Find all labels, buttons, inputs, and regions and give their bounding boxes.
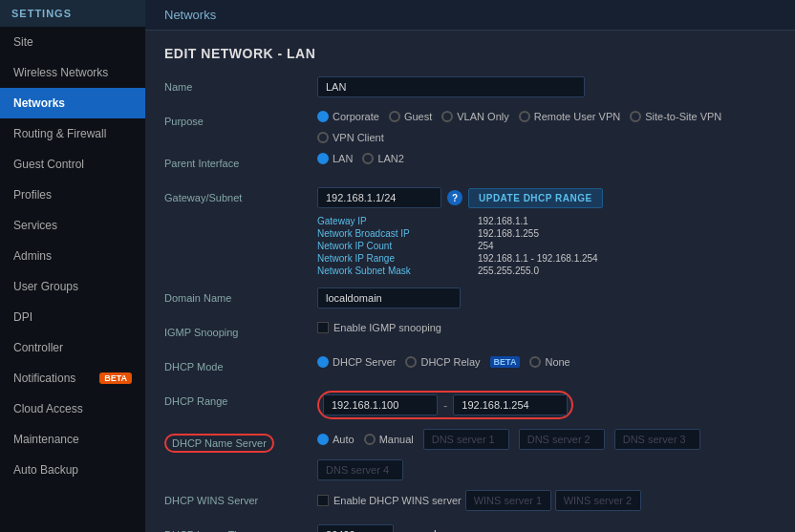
dns-auto-option[interactable]: Auto [317, 434, 355, 445]
domain-name-input[interactable] [317, 287, 461, 309]
page-title: EDIT NETWORK - LAN [164, 46, 776, 61]
dhcp-range-control: - [317, 391, 776, 419]
dhcp-name-server-circle: DHCP Name Server [164, 434, 274, 453]
sidebar: SETTINGS Site Wireless Networks Networks… [0, 0, 145, 532]
dns-server-1-input[interactable] [423, 429, 509, 450]
breadcrumb: Networks [145, 0, 795, 31]
dhcp-relay-beta-badge: BETA [490, 356, 521, 368]
dns-manual-option[interactable]: Manual [364, 434, 414, 445]
dhcp-server-radio-dot [317, 356, 329, 368]
sidebar-item-autobackup[interactable]: Auto Backup [0, 455, 145, 485]
gateway-subnet-label: Gateway/Subnet [164, 187, 317, 203]
dhcp-mode-row: DHCP Mode DHCP Server DHCP Relay BETA No… [164, 356, 776, 381]
wins-server-1-input[interactable] [465, 490, 551, 511]
gateway-subnet-control: ? UPDATE DHCP RANGE Gateway IP 192.168.1… [317, 187, 776, 278]
corporate-radio-dot [317, 111, 329, 122]
dhcp-none-option[interactable]: None [529, 356, 569, 368]
dhcp-range-inputs: - [323, 394, 568, 415]
purpose-site-vpn[interactable]: Site-to-Site VPN [630, 111, 721, 122]
sidebar-item-admins[interactable]: Admins [0, 241, 145, 271]
purpose-remote-vpn[interactable]: Remote User VPN [519, 111, 620, 122]
dhcp-name-server-row: DHCP Name Server Auto Manual [164, 429, 776, 480]
dhcp-lease-input[interactable] [317, 524, 394, 532]
igmp-label: IGMP Snooping [164, 322, 317, 338]
purpose-label: Purpose [164, 111, 317, 127]
vlan-radio-dot [441, 111, 453, 122]
main-content: Networks EDIT NETWORK - LAN Name Purpose… [145, 0, 795, 532]
site-vpn-radio-dot [630, 111, 641, 122]
dhcp-relay-radio-dot [405, 356, 417, 368]
dhcp-wins-control: Enable DHCP WINS server [317, 490, 776, 511]
remote-vpn-radio-dot [519, 111, 530, 122]
igmp-control: Enable IGMP snooping [317, 322, 776, 333]
dns-server-2-input[interactable] [519, 429, 605, 450]
wins-server-2-input[interactable] [555, 490, 641, 511]
dhcp-name-server-label: DHCP Name Server [164, 429, 317, 453]
dns-server-3-input[interactable] [614, 429, 700, 450]
sidebar-item-site[interactable]: Site [0, 27, 145, 57]
sidebar-item-networks[interactable]: Networks [0, 88, 145, 118]
update-dhcp-range-button[interactable]: UPDATE DHCP RANGE [468, 188, 603, 208]
parent-lan2[interactable]: LAN2 [362, 153, 404, 164]
name-input[interactable] [317, 76, 585, 97]
sidebar-item-wireless[interactable]: Wireless Networks [0, 57, 145, 88]
lan2-radio-dot [362, 153, 374, 164]
parent-interface-row: Parent Interface LAN LAN2 [164, 153, 776, 178]
dhcp-mode-label: DHCP Mode [164, 356, 317, 372]
sidebar-item-cloud[interactable]: Cloud Access [0, 394, 145, 424]
dhcp-range-highlight: - [317, 391, 573, 419]
dhcp-range-start-input[interactable] [323, 394, 438, 415]
gateway-subnet-input[interactable] [317, 187, 441, 208]
sidebar-item-maintenance[interactable]: Maintenance [0, 424, 145, 455]
name-row: Name [164, 76, 776, 101]
dhcp-relay-option[interactable]: DHCP Relay [405, 356, 480, 368]
purpose-corporate[interactable]: Corporate [317, 111, 379, 122]
domain-name-label: Domain Name [164, 287, 317, 304]
dhcp-range-label: DHCP Range [164, 391, 317, 407]
dhcp-lease-control: seconds [317, 524, 776, 532]
purpose-row: Purpose Corporate Guest VLAN Only Remote… [164, 111, 776, 143]
name-control [317, 76, 776, 97]
sidebar-item-dpi[interactable]: DPI [0, 302, 145, 332]
dhcp-wins-row: DHCP WINS Server Enable DHCP WINS server [164, 490, 776, 515]
dns-manual-radio-dot [364, 434, 376, 445]
guest-radio-dot [389, 111, 400, 122]
dhcp-range-end-input[interactable] [453, 394, 568, 415]
sidebar-item-notifications[interactable]: Notifications BETA [0, 363, 145, 394]
dns-server-4-input[interactable] [317, 459, 403, 480]
vpn-client-radio-dot [317, 132, 329, 143]
gateway-help-icon[interactable]: ? [447, 190, 462, 205]
dhcp-range-row: DHCP Range - [164, 391, 776, 419]
broadcast-line: Network Broadcast IP 192.168.1.255 [317, 228, 598, 239]
gateway-info-lines: Gateway IP 192.168.1.1 Network Broadcast… [317, 216, 598, 278]
dhcp-wins-checkbox-option[interactable]: Enable DHCP WINS server [317, 495, 462, 506]
igmp-row: IGMP Snooping Enable IGMP snooping [164, 322, 776, 347]
dhcp-none-radio-dot [529, 356, 541, 368]
dhcp-server-option[interactable]: DHCP Server [317, 356, 396, 368]
sidebar-item-guest[interactable]: Guest Control [0, 149, 145, 180]
ip-range-line: Network IP Range 192.168.1.1 - 192.168.1… [317, 253, 598, 264]
dhcp-wins-checkbox [317, 495, 329, 506]
sidebar-item-services[interactable]: Services [0, 210, 145, 241]
dhcp-lease-row: DHCP Lease Time seconds [164, 524, 776, 532]
igmp-checkbox-option[interactable]: Enable IGMP snooping [317, 322, 441, 333]
gateway-input-row: ? UPDATE DHCP RANGE [317, 187, 603, 208]
dns-auto-radio-dot [317, 434, 329, 445]
domain-name-control [317, 287, 776, 309]
purpose-vpn-client[interactable]: VPN Client [317, 132, 384, 143]
lan-radio-dot [317, 153, 329, 164]
sidebar-item-controller[interactable]: Controller [0, 332, 145, 363]
purpose-control: Corporate Guest VLAN Only Remote User VP… [317, 111, 776, 143]
sidebar-item-profiles[interactable]: Profiles [0, 180, 145, 210]
dhcp-wins-label: DHCP WINS Server [164, 490, 317, 506]
sidebar-item-routing[interactable]: Routing & Firewall [0, 118, 145, 149]
parent-lan[interactable]: LAN [317, 153, 353, 164]
lease-suffix: seconds [399, 528, 442, 532]
gateway-subnet-row: Gateway/Subnet ? UPDATE DHCP RANGE Gatew… [164, 187, 776, 278]
purpose-guest[interactable]: Guest [389, 111, 432, 122]
name-label: Name [164, 76, 317, 93]
purpose-vlan[interactable]: VLAN Only [441, 111, 508, 122]
parent-interface-label: Parent Interface [164, 153, 317, 169]
parent-interface-control: LAN LAN2 [317, 153, 776, 164]
sidebar-item-usergroups[interactable]: User Groups [0, 271, 145, 302]
